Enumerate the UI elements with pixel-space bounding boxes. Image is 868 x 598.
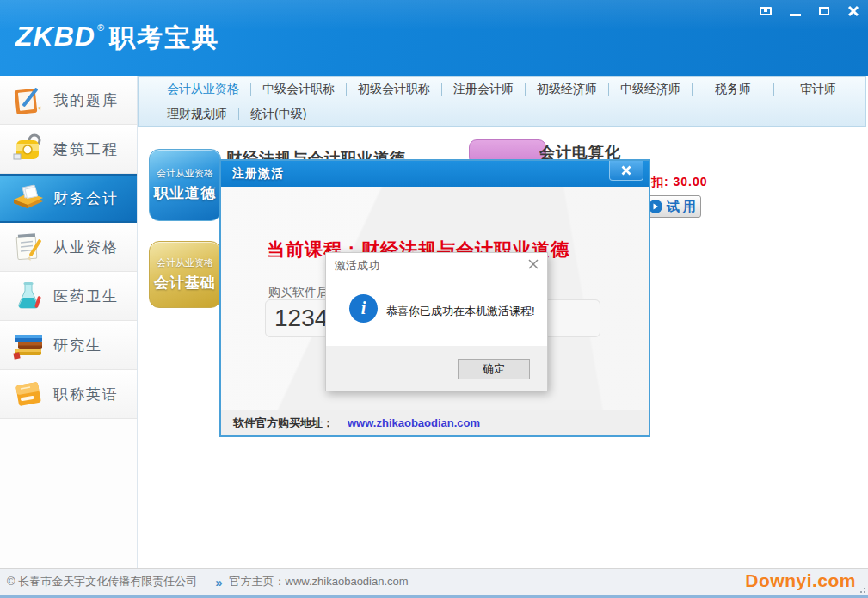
sidebar-item-label: 我的题库	[53, 90, 119, 110]
points-deduction-text: 扣: 30.00	[651, 175, 708, 190]
status-bar: © 长春市金天宇文化传播有限责任公司 » 官方主页：www.zhikaobaod…	[0, 568, 868, 595]
app-logo: ZKBD ® 职考宝典	[15, 21, 219, 56]
window-controls	[754, 3, 865, 19]
maximize-icon	[819, 7, 829, 15]
minimize-icon	[790, 14, 801, 16]
sidebar-item-construction[interactable]: 建筑工程	[0, 125, 137, 174]
play-icon	[649, 200, 662, 213]
tab-junior-economist[interactable]: 初级经济师	[526, 82, 608, 97]
tab-tax-agent[interactable]: 税务师	[693, 82, 773, 97]
sidebar-item-label: 职称英语	[53, 385, 119, 404]
minimize-button[interactable]	[784, 3, 806, 19]
flask-icon	[9, 276, 48, 316]
app-header: ZKBD ® 职考宝典	[0, 0, 868, 76]
dialog-close-button[interactable]	[609, 161, 643, 181]
ok-button[interactable]: 确定	[458, 359, 530, 379]
tab-accounting-qualification[interactable]: 会计从业资格	[156, 82, 250, 97]
downyi-watermark: Downyi.com	[745, 570, 856, 591]
statusbar-divider	[206, 574, 206, 589]
tab-statistics-intermediate[interactable]: 统计(中级)	[239, 107, 317, 122]
close-window-button[interactable]	[842, 3, 865, 19]
logo-text-en: ZKBD	[15, 21, 95, 52]
buy-address-label: 软件官方购买地址：	[233, 416, 334, 431]
msgbox-title: 激活成功	[335, 258, 379, 274]
chevrons-icon: »	[215, 575, 222, 589]
app-window: ZKBD ® 职考宝典 我的题库 建筑工程	[0, 0, 868, 598]
trial-button-label: 试 用	[667, 199, 696, 215]
skin-icon	[760, 7, 772, 15]
sidebar-item-label: 从业资格	[53, 237, 119, 257]
activation-success-msgbox: 激活成功 i 恭喜你已成功在本机激活课程! 确定	[325, 252, 548, 391]
books-icon	[9, 325, 48, 365]
notebook-pencil-icon	[9, 80, 48, 120]
msgbox-message: 恭喜你已成功在本机激活课程!	[386, 304, 535, 319]
course-card-tag: 会计从业资格	[157, 167, 213, 180]
sidebar-item-label: 医药卫生	[53, 287, 119, 306]
letter-icon	[9, 374, 48, 414]
purchase-hint-text: 购买软件后	[268, 285, 329, 300]
tab-junior-accounting[interactable]: 初级会计职称	[347, 82, 441, 97]
course-card-professional-ethics[interactable]: 会计从业资格 职业道德	[149, 149, 221, 221]
msgbox-close-button[interactable]	[526, 257, 540, 271]
dialog-footer: 软件官方购买地址： www.zhikaobaodian.com	[221, 410, 649, 435]
course-card-name: 职业道德	[154, 183, 216, 203]
close-icon	[621, 165, 631, 176]
logo-text-cn: 职考宝典	[109, 21, 219, 56]
sidebar-item-medicine-health[interactable]: 医药卫生	[0, 272, 137, 321]
course-card-name: 会计基础	[154, 273, 216, 293]
tabs-row-1: 会计从业资格 中级会计职称 初级会计职称 注册会计师 初级经济师 中级经济师 税…	[139, 77, 865, 102]
tape-measure-icon	[9, 129, 48, 169]
dialog-title: 注册激活	[232, 166, 284, 182]
tab-intermediate-economist[interactable]: 中级经济师	[609, 82, 692, 97]
dialog-title-bar: 注册激活	[221, 161, 649, 187]
close-icon	[847, 5, 859, 17]
sidebar-item-finance-accounting[interactable]: 财务会计	[0, 174, 137, 223]
notepad-pencil-icon	[9, 227, 48, 267]
sidebar-item-label: 研究生	[53, 336, 102, 355]
window-bottom-edge	[0, 595, 868, 598]
sidebar-item-my-question-bank[interactable]: 我的题库	[0, 76, 137, 125]
course-card-tag: 会计从业资格	[157, 256, 213, 269]
course-card-accounting-basics[interactable]: 会计从业资格 会计基础	[149, 241, 221, 308]
sidebar-item-label: 建筑工程	[53, 139, 119, 159]
copyright-text: © 长春市金天宇文化传播有限责任公司	[7, 574, 197, 589]
folder-papers-icon	[9, 179, 48, 219]
tab-auditor[interactable]: 审计师	[774, 82, 862, 97]
close-icon	[527, 258, 539, 270]
tab-cpa[interactable]: 注册会计师	[442, 82, 525, 97]
category-tabs-bar: 会计从业资格 中级会计职称 初级会计职称 注册会计师 初级经济师 中级经济师 税…	[138, 76, 866, 127]
info-icon: i	[349, 294, 378, 323]
sidebar-item-professional-qualification[interactable]: 从业资格	[0, 223, 137, 272]
buy-address-link[interactable]: www.zhikaobaodian.com	[348, 416, 480, 429]
maximize-button[interactable]	[813, 3, 835, 19]
tab-intermediate-accounting[interactable]: 中级会计职称	[251, 82, 346, 97]
sidebar-item-title-english[interactable]: 职称英语	[0, 370, 137, 419]
trial-button[interactable]: 试 用	[643, 195, 701, 218]
msgbox-footer: 确定	[326, 346, 547, 391]
tabs-row-2: 理财规划师 统计(中级)	[139, 102, 865, 126]
sidebar-item-graduate[interactable]: 研究生	[0, 321, 137, 370]
skin-button[interactable]	[754, 3, 777, 19]
sidebar-item-label: 财务会计	[53, 188, 119, 208]
tab-financial-planner[interactable]: 理财规划师	[156, 107, 238, 122]
official-homepage-text: 官方主页：www.zhikaobaodian.com	[230, 574, 409, 589]
sidebar: 我的题库 建筑工程 财务会计 从业资格 医药卫生	[0, 76, 138, 568]
registered-mark: ®	[97, 22, 104, 33]
resize-grip[interactable]	[859, 586, 865, 593]
